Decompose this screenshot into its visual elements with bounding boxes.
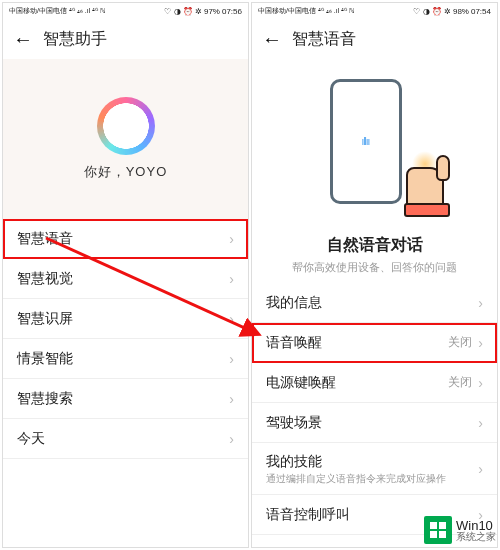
row-power-wakeup[interactable]: 电源键唤醒 关闭 ›: [252, 363, 497, 403]
row-label: 智慧语音: [17, 230, 73, 248]
page-header: ← 智慧助手: [3, 19, 248, 59]
row-label: 情景智能: [17, 350, 73, 368]
chevron-right-icon: ›: [478, 415, 483, 431]
watermark: Win10 系统之家: [424, 516, 496, 544]
row-scene-intelligence[interactable]: 情景智能 ›: [3, 339, 248, 379]
back-icon[interactable]: ←: [262, 29, 282, 49]
phone-illustration: ıllıı: [330, 79, 420, 209]
chevron-right-icon: ›: [478, 295, 483, 311]
row-today[interactable]: 今天 ›: [3, 419, 248, 459]
page-title: 智慧语音: [292, 29, 356, 50]
row-value: 关闭: [448, 334, 472, 351]
greeting-text: 你好，YOYO: [84, 163, 168, 181]
status-bar: 中国移动/中国电信 ⁴ᴳ ₄₆ .ıl ⁴ᴳ ℕ ♡ ◑ ⏰ ✲ 98% 07:…: [252, 3, 497, 19]
status-icons: ♡ ◑ ⏰ ✲: [413, 7, 451, 16]
nfc-icon: ℕ: [100, 7, 106, 15]
watermark-title: Win10: [456, 519, 496, 532]
row-smart-screen[interactable]: 智慧识屏 ›: [3, 299, 248, 339]
nfc-icon: ℕ: [349, 7, 355, 15]
row-my-info[interactable]: 我的信息 ›: [252, 283, 497, 323]
voice-settings-list: 我的信息 › 语音唤醒 关闭 › 电源键唤醒 关闭 › 驾驶场景 › 我的技能 …: [252, 283, 497, 535]
hero-subtitle: 帮你高效使用设备、回答你的问题: [252, 260, 497, 283]
chevron-right-icon: ›: [478, 375, 483, 391]
signal-icon: ⁴ᴳ ₄₆ .ıl ⁴ᴳ: [69, 7, 98, 15]
row-label: 今天: [17, 430, 45, 448]
row-label: 语音控制呼叫: [266, 506, 350, 524]
row-voice-wakeup[interactable]: 语音唤醒 关闭 ›: [252, 323, 497, 363]
chevron-right-icon: ›: [229, 311, 234, 327]
hero-title: 自然语音对话: [252, 235, 497, 256]
yoyo-avatar-icon: [97, 97, 155, 155]
chevron-right-icon: ›: [229, 271, 234, 287]
phone-right: 中国移动/中国电信 ⁴ᴳ ₄₆ .ıl ⁴ᴳ ℕ ♡ ◑ ⏰ ✲ 98% 07:…: [251, 2, 498, 548]
row-label: 语音唤醒: [266, 334, 322, 352]
clock-label: 07:54: [471, 7, 491, 16]
chevron-right-icon: ›: [229, 231, 234, 247]
signal-icon: ⁴ᴳ ₄₆ .ıl ⁴ᴳ: [318, 7, 347, 15]
row-label: 智慧识屏: [17, 310, 73, 328]
watermark-subtitle: 系统之家: [456, 532, 496, 542]
windows-logo-icon: [424, 516, 452, 544]
assistant-hero: 你好，YOYO: [3, 59, 248, 219]
chevron-right-icon: ›: [478, 461, 483, 477]
settings-list: 智慧语音 › 智慧视觉 › 智慧识屏 › 情景智能 › 智慧搜索 › 今天 ›: [3, 219, 248, 459]
voice-hero: ıllıı: [252, 59, 497, 229]
battery-label: 98%: [453, 7, 469, 16]
row-label: 智慧搜索: [17, 390, 73, 408]
carrier-label: 中国移动/中国电信: [9, 6, 67, 16]
chevron-right-icon: ›: [229, 391, 234, 407]
hand-icon: [392, 145, 452, 215]
page-title: 智慧助手: [43, 29, 107, 50]
row-label: 驾驶场景: [266, 414, 322, 432]
chevron-right-icon: ›: [229, 351, 234, 367]
chevron-right-icon: ›: [478, 335, 483, 351]
chevron-right-icon: ›: [229, 431, 234, 447]
row-label: 我的技能: [266, 453, 322, 471]
status-icons: ♡ ◑ ⏰ ✲: [164, 7, 202, 16]
row-subtitle: 通过编排自定义语音指令来完成对应操作: [266, 473, 464, 485]
row-smart-voice[interactable]: 智慧语音 ›: [3, 219, 248, 259]
battery-label: 97%: [204, 7, 220, 16]
page-header: ← 智慧语音: [252, 19, 497, 59]
row-label: 智慧视觉: [17, 270, 73, 288]
back-icon[interactable]: ←: [13, 29, 33, 49]
soundwave-icon: ıllıı: [362, 136, 370, 147]
row-label: 电源键唤醒: [266, 374, 336, 392]
status-bar: 中国移动/中国电信 ⁴ᴳ ₄₆ .ıl ⁴ᴳ ℕ ♡ ◑ ⏰ ✲ 97% 07:…: [3, 3, 248, 19]
clock-label: 07:56: [222, 7, 242, 16]
row-smart-search[interactable]: 智慧搜索 ›: [3, 379, 248, 419]
row-driving-scene[interactable]: 驾驶场景 ›: [252, 403, 497, 443]
row-label: 我的信息: [266, 294, 322, 312]
phone-left: 中国移动/中国电信 ⁴ᴳ ₄₆ .ıl ⁴ᴳ ℕ ♡ ◑ ⏰ ✲ 97% 07:…: [2, 2, 249, 548]
row-value: 关闭: [448, 374, 472, 391]
carrier-label: 中国移动/中国电信: [258, 6, 316, 16]
row-smart-vision[interactable]: 智慧视觉 ›: [3, 259, 248, 299]
row-my-skills[interactable]: 我的技能 通过编排自定义语音指令来完成对应操作 ›: [252, 443, 497, 495]
